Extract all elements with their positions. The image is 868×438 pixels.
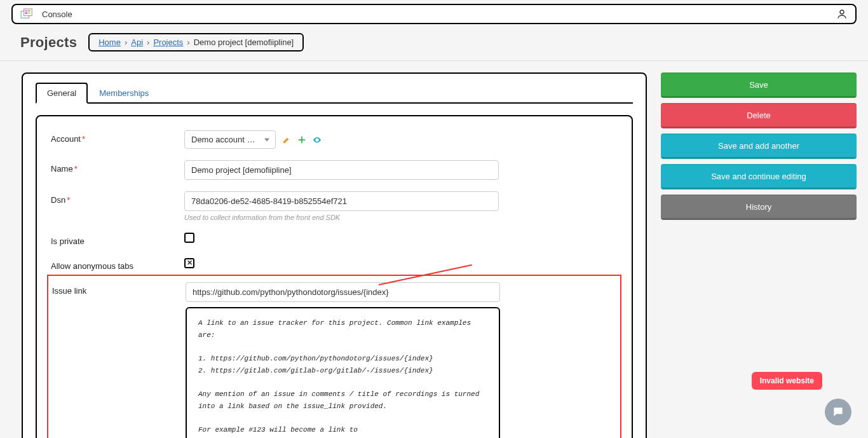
allow-anon-checkbox[interactable]: ✕ [184, 258, 194, 268]
is-private-checkbox[interactable] [184, 233, 194, 243]
name-input[interactable] [184, 160, 499, 180]
svg-rect-2 [25, 10, 27, 12]
delete-button[interactable]: Delete [661, 103, 857, 128]
save-button[interactable]: Save [661, 72, 857, 98]
chat-icon[interactable] [825, 399, 851, 425]
edit-icon[interactable] [282, 135, 291, 144]
invalid-website-badge[interactable]: Invalid website [752, 372, 822, 390]
page-title: Projects [20, 34, 77, 51]
tab-memberships[interactable]: Memberships [88, 83, 160, 104]
svg-rect-5 [28, 12, 31, 14]
breadcrumb: Home › Api › Projects › Demo project [de… [88, 33, 304, 51]
account-label: Account [51, 134, 81, 144]
breadcrumb-home[interactable]: Home [98, 38, 121, 47]
user-icon[interactable] [836, 8, 848, 20]
issue-link-label: Issue link [52, 282, 186, 296]
dsn-input[interactable] [184, 191, 499, 211]
save-add-button[interactable]: Save and add another [661, 133, 857, 159]
dsn-help: Used to collect information from the fro… [184, 214, 618, 221]
svg-rect-4 [25, 12, 27, 14]
form-card: Account* Demo account [demofii… Name* Ds… [36, 115, 633, 438]
breadcrumb-row: Projects Home › Api › Projects › Demo pr… [0, 24, 868, 60]
main-panel: General Memberships Account* Demo accoun… [22, 72, 647, 438]
add-icon[interactable] [297, 135, 306, 144]
issue-link-highlight: Issue link A link to an issue tracker fo… [47, 275, 621, 438]
breadcrumb-sep: › [125, 38, 127, 47]
breadcrumb-api[interactable]: Api [131, 38, 143, 47]
svg-rect-1 [24, 9, 32, 16]
breadcrumb-projects[interactable]: Projects [153, 38, 183, 47]
breadcrumb-sep: › [147, 38, 149, 47]
svg-point-6 [840, 10, 844, 14]
name-label: Name [51, 164, 73, 174]
issue-link-input[interactable] [186, 282, 500, 302]
allow-anon-label: Allow anonymous tabs [51, 257, 184, 271]
app-logo-icon [20, 8, 34, 20]
tab-general[interactable]: General [36, 83, 88, 104]
svg-rect-3 [28, 10, 31, 12]
top-header: Console [11, 4, 857, 24]
is-private-label: Is private [51, 233, 184, 246]
breadcrumb-sep: › [187, 38, 189, 47]
history-button[interactable]: History [661, 195, 857, 220]
view-icon[interactable] [313, 135, 322, 144]
dsn-label: Dsn [51, 195, 65, 205]
breadcrumb-current: Demo project [demofiipline] [194, 38, 294, 47]
save-continue-button[interactable]: Save and continue editing [661, 164, 857, 189]
tabs: General Memberships [36, 83, 633, 104]
header-title: Console [42, 10, 72, 19]
issue-link-help: A link to an issue tracker for this proj… [186, 307, 500, 438]
account-select[interactable]: Demo account [demofii… [184, 130, 276, 149]
